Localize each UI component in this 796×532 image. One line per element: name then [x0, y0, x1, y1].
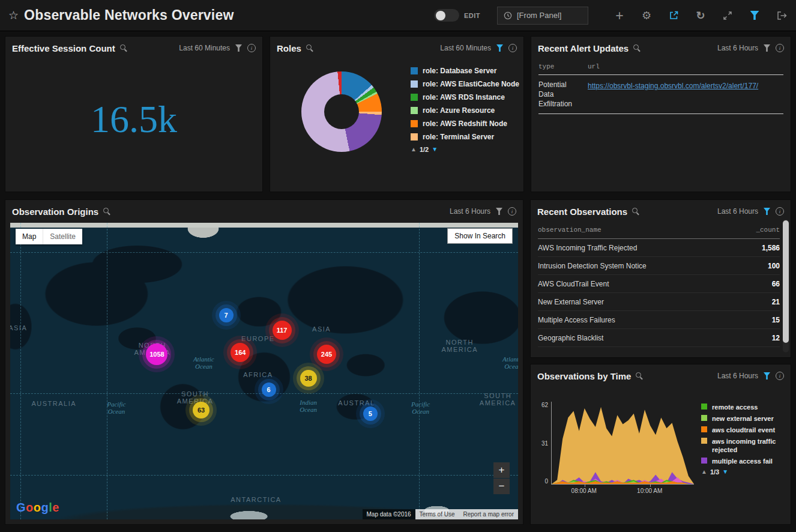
edit-toggle[interactable]: [434, 9, 459, 22]
alerts-table-header: type url: [538, 59, 783, 75]
map-gridline: [20, 223, 21, 519]
observation-row[interactable]: AWS Incoming Traffic Rejected1,586: [538, 239, 780, 257]
alerts-rows: Potential Data Exfiltrationhttps://obsrv…: [538, 75, 783, 114]
panel-filter-icon[interactable]: [764, 208, 770, 215]
panel-info-icon[interactable]: [247, 44, 256, 52]
observation-row[interactable]: Intrusion Detection System Notice100: [538, 257, 780, 275]
map-arctic-ice: [10, 223, 518, 228]
panel-info-icon[interactable]: [776, 372, 784, 380]
magnifier-icon[interactable]: [633, 44, 641, 52]
panel-title: Recent Observations: [537, 207, 627, 217]
time-legend-item[interactable]: remote access: [701, 403, 786, 411]
edit-toggle-label: EDIT: [464, 12, 480, 19]
panel-filter-icon[interactable]: [496, 44, 503, 52]
add-panel-icon[interactable]: [614, 10, 626, 22]
legend-label: role: Azure Resource: [423, 106, 495, 115]
roles-legend-item[interactable]: role: AWS RDS Instance: [411, 93, 519, 101]
panel-roles: Roles Last 60 Minutes role: Database Ser…: [270, 36, 524, 192]
page-indicator: 1/3: [710, 468, 719, 476]
zoom-out-button[interactable]: −: [493, 479, 510, 494]
map-view-button[interactable]: Map: [16, 229, 43, 244]
magnifier-icon[interactable]: [119, 44, 128, 52]
map-cluster-marker[interactable]: 245: [317, 345, 336, 364]
page-up-icon[interactable]: [701, 469, 707, 475]
panel-filter-icon[interactable]: [764, 372, 770, 379]
satellite-view-button[interactable]: Satellite: [43, 229, 82, 244]
observation-row[interactable]: Multiple Access Failures15: [538, 311, 780, 329]
google-logo: Google: [16, 501, 59, 515]
panel-info-icon[interactable]: [508, 44, 517, 52]
world-map: ASIANORTH AMERICAEUROPEASIANORTH AMERICA…: [10, 223, 518, 519]
report-map-error-link[interactable]: Report a map error: [459, 509, 518, 519]
page-down-icon[interactable]: [722, 469, 728, 475]
settings-gear-icon[interactable]: [641, 10, 653, 22]
observation-count-cell: 12: [738, 334, 780, 342]
time-chart: [552, 402, 694, 484]
alert-url-cell: https://obsrvbl-staging.obsrvbl.com/aler…: [588, 80, 783, 109]
magnifier-icon[interactable]: [306, 44, 314, 52]
favorite-star-icon[interactable]: [8, 8, 19, 22]
observation-row[interactable]: AWS CloudTrail Event66: [538, 275, 780, 293]
roles-legend-item[interactable]: role: Azure Resource: [411, 106, 519, 115]
map-cluster-marker[interactable]: 7: [219, 308, 234, 322]
time-legend-item[interactable]: multiple access fail: [701, 457, 786, 465]
map-gridline: [107, 223, 107, 519]
map-cluster-marker[interactable]: 38: [300, 370, 317, 387]
observation-row[interactable]: Geographic Blacklist12: [538, 329, 780, 347]
time-legend-item[interactable]: aws cloudtrail event: [701, 426, 786, 434]
map-gridline: [10, 252, 518, 253]
legend-swatch: [411, 94, 418, 101]
y-axis-label: 62: [541, 402, 548, 408]
map-cluster-marker[interactable]: 1058: [146, 343, 167, 365]
topbar-icon-group: [614, 10, 788, 22]
time-picker-value: [From Panel]: [517, 11, 561, 20]
show-in-search-button[interactable]: Show In Search: [447, 228, 513, 244]
funnel-icon: [750, 11, 759, 20]
magnifier-icon[interactable]: [103, 207, 111, 216]
page-up-icon[interactable]: [411, 147, 417, 153]
share-export-icon[interactable]: [668, 10, 680, 22]
map-cluster-marker[interactable]: 63: [193, 402, 210, 419]
legend-label: aws cloudtrail event: [712, 426, 775, 434]
panel-filter-icon[interactable]: [496, 208, 502, 215]
time-chart-plot[interactable]: [551, 402, 694, 485]
map-cluster-marker[interactable]: 6: [262, 382, 276, 397]
legend-label: role: AWS RDS Instance: [423, 93, 505, 101]
panel-recent-alert-updates: Recent Alert Updates Last 6 Hours type u…: [531, 36, 791, 192]
observation-name-cell: Intrusion Detection System Notice: [538, 262, 738, 270]
legend-swatch: [701, 415, 707, 421]
scrollbar-track[interactable]: [783, 219, 789, 352]
page-down-icon[interactable]: [432, 147, 438, 153]
terms-of-use-link[interactable]: Terms of Use: [415, 509, 459, 519]
map-data-credit: Map data ©2016: [363, 509, 415, 519]
observations-table: observation_name _count AWS Incoming Tra…: [531, 223, 791, 347]
roles-legend-item[interactable]: role: AWS ElastiCache Node: [411, 80, 519, 88]
map-zoom-control: + −: [493, 462, 510, 494]
refresh-icon[interactable]: [695, 10, 707, 22]
sign-out-icon[interactable]: [776, 10, 788, 22]
time-legend-item[interactable]: aws incoming traffic rejected: [701, 437, 786, 454]
roles-legend-item[interactable]: role: Terminal Server: [411, 133, 519, 141]
time-legend-item[interactable]: new external server: [701, 414, 786, 423]
panel-filter-icon[interactable]: [235, 44, 242, 52]
global-filter-icon[interactable]: [749, 10, 761, 22]
observation-name-cell: AWS CloudTrail Event: [538, 280, 738, 288]
magnifier-icon[interactable]: [632, 207, 640, 216]
fullscreen-expand-icon[interactable]: [722, 10, 734, 22]
magnifier-icon[interactable]: [635, 372, 644, 380]
panel-filter-icon[interactable]: [764, 44, 770, 52]
panel-info-icon[interactable]: [776, 44, 784, 52]
zoom-in-button[interactable]: +: [493, 462, 510, 478]
observation-row[interactable]: New External Server21: [538, 293, 780, 311]
time-picker[interactable]: [From Panel]: [497, 7, 588, 25]
map-cluster-marker[interactable]: 117: [273, 321, 292, 340]
panel-info-icon[interactable]: [508, 207, 516, 216]
roles-legend-item[interactable]: role: Database Server: [411, 67, 519, 75]
panel-info-icon[interactable]: [776, 207, 784, 216]
roles-donut-chart[interactable]: [301, 71, 382, 152]
scrollbar-thumb[interactable]: [783, 220, 789, 343]
map-cluster-marker[interactable]: 164: [231, 343, 250, 362]
alert-link[interactable]: https://obsrvbl-staging.obsrvbl.com/aler…: [588, 82, 758, 90]
map-cluster-marker[interactable]: 5: [363, 407, 378, 421]
roles-legend-item[interactable]: role: AWS Redshift Node: [411, 119, 519, 128]
